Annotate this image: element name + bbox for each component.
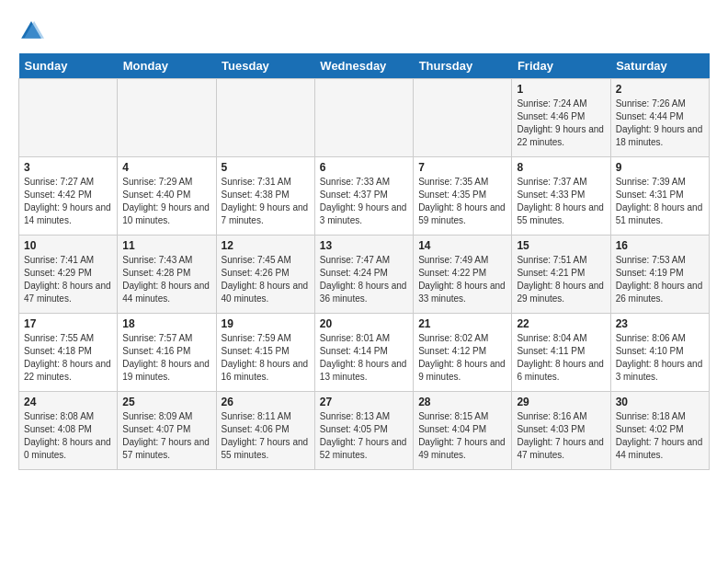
weekday-header-thursday: Thursday xyxy=(414,53,512,79)
calendar-cell-w3d6: 23Sunrise: 8:06 AM Sunset: 4:10 PM Dayli… xyxy=(610,314,709,392)
day-number: 2 xyxy=(616,83,704,96)
calendar-cell-w0d4 xyxy=(414,79,512,157)
calendar-cell-w2d1: 11Sunrise: 7:43 AM Sunset: 4:28 PM Dayli… xyxy=(118,236,216,314)
calendar-cell-w0d1 xyxy=(118,79,216,157)
logo xyxy=(18,18,48,44)
day-number: 7 xyxy=(418,161,506,174)
calendar-cell-w0d3 xyxy=(314,79,413,157)
calendar-cell-w2d0: 10Sunrise: 7:41 AM Sunset: 4:29 PM Dayli… xyxy=(19,236,118,314)
cell-daylight-text: Sunrise: 8:09 AM Sunset: 4:07 PM Dayligh… xyxy=(122,410,210,462)
calendar-cell-w4d6: 30Sunrise: 8:18 AM Sunset: 4:02 PM Dayli… xyxy=(610,392,709,470)
weekday-header-tuesday: Tuesday xyxy=(216,53,314,79)
day-number: 30 xyxy=(616,396,704,408)
weekday-header-saturday: Saturday xyxy=(610,53,709,79)
cell-daylight-text: Sunrise: 8:01 AM Sunset: 4:14 PM Dayligh… xyxy=(320,332,408,384)
cell-daylight-text: Sunrise: 7:26 AM Sunset: 4:44 PM Dayligh… xyxy=(616,98,704,149)
day-number: 24 xyxy=(24,396,112,408)
cell-daylight-text: Sunrise: 7:55 AM Sunset: 4:18 PM Dayligh… xyxy=(24,332,112,384)
day-number: 22 xyxy=(517,317,605,330)
cell-daylight-text: Sunrise: 7:29 AM Sunset: 4:40 PM Dayligh… xyxy=(122,176,210,227)
day-number: 16 xyxy=(616,239,704,252)
cell-daylight-text: Sunrise: 7:49 AM Sunset: 4:22 PM Dayligh… xyxy=(418,254,506,305)
calendar-cell-w3d0: 17Sunrise: 7:55 AM Sunset: 4:18 PM Dayli… xyxy=(19,314,118,392)
day-number: 8 xyxy=(517,161,605,174)
day-number: 17 xyxy=(24,317,112,330)
day-number: 11 xyxy=(122,239,210,252)
calendar-cell-w0d5: 1Sunrise: 7:24 AM Sunset: 4:46 PM Daylig… xyxy=(512,79,610,157)
cell-daylight-text: Sunrise: 7:33 AM Sunset: 4:37 PM Dayligh… xyxy=(320,176,408,227)
calendar-cell-w0d6: 2Sunrise: 7:26 AM Sunset: 4:44 PM Daylig… xyxy=(610,79,709,157)
logo-icon xyxy=(18,18,44,44)
calendar-cell-w3d2: 19Sunrise: 7:59 AM Sunset: 4:15 PM Dayli… xyxy=(216,314,314,392)
cell-daylight-text: Sunrise: 7:41 AM Sunset: 4:29 PM Dayligh… xyxy=(24,254,112,305)
weekday-header-wednesday: Wednesday xyxy=(314,53,413,79)
calendar-cell-w2d6: 16Sunrise: 7:53 AM Sunset: 4:19 PM Dayli… xyxy=(610,236,709,314)
day-number: 1 xyxy=(517,83,605,96)
day-number: 20 xyxy=(320,317,408,330)
cell-daylight-text: Sunrise: 7:43 AM Sunset: 4:28 PM Dayligh… xyxy=(122,254,210,305)
cell-daylight-text: Sunrise: 7:59 AM Sunset: 4:15 PM Dayligh… xyxy=(222,332,310,384)
cell-daylight-text: Sunrise: 8:08 AM Sunset: 4:08 PM Dayligh… xyxy=(24,410,112,462)
day-number: 13 xyxy=(320,239,408,252)
calendar-cell-w2d5: 15Sunrise: 7:51 AM Sunset: 4:21 PM Dayli… xyxy=(512,236,610,314)
day-number: 3 xyxy=(24,161,112,174)
calendar-cell-w1d3: 6Sunrise: 7:33 AM Sunset: 4:37 PM Daylig… xyxy=(314,157,413,236)
day-number: 10 xyxy=(24,239,112,252)
calendar-cell-w1d2: 5Sunrise: 7:31 AM Sunset: 4:38 PM Daylig… xyxy=(216,157,314,236)
calendar-cell-w0d2 xyxy=(216,79,314,157)
day-number: 23 xyxy=(616,317,704,330)
cell-daylight-text: Sunrise: 8:02 AM Sunset: 4:12 PM Dayligh… xyxy=(418,332,506,384)
calendar-cell-w4d4: 28Sunrise: 8:15 AM Sunset: 4:04 PM Dayli… xyxy=(414,392,512,470)
cell-daylight-text: Sunrise: 8:04 AM Sunset: 4:11 PM Dayligh… xyxy=(517,332,605,384)
weekday-header-monday: Monday xyxy=(118,53,216,79)
cell-daylight-text: Sunrise: 8:18 AM Sunset: 4:02 PM Dayligh… xyxy=(616,410,704,462)
cell-daylight-text: Sunrise: 8:16 AM Sunset: 4:03 PM Dayligh… xyxy=(517,410,605,462)
cell-daylight-text: Sunrise: 7:31 AM Sunset: 4:38 PM Dayligh… xyxy=(222,176,310,227)
calendar-cell-w1d4: 7Sunrise: 7:35 AM Sunset: 4:35 PM Daylig… xyxy=(414,157,512,236)
cell-daylight-text: Sunrise: 8:11 AM Sunset: 4:06 PM Dayligh… xyxy=(222,410,310,462)
cell-daylight-text: Sunrise: 7:47 AM Sunset: 4:24 PM Dayligh… xyxy=(320,254,408,305)
day-number: 27 xyxy=(320,396,408,408)
calendar-cell-w3d1: 18Sunrise: 7:57 AM Sunset: 4:16 PM Dayli… xyxy=(118,314,216,392)
calendar-table: SundayMondayTuesdayWednesdayThursdayFrid… xyxy=(18,53,710,470)
cell-daylight-text: Sunrise: 7:51 AM Sunset: 4:21 PM Dayligh… xyxy=(517,254,605,305)
calendar-cell-w1d5: 8Sunrise: 7:37 AM Sunset: 4:33 PM Daylig… xyxy=(512,157,610,236)
calendar-cell-w4d3: 27Sunrise: 8:13 AM Sunset: 4:05 PM Dayli… xyxy=(314,392,413,470)
cell-daylight-text: Sunrise: 7:57 AM Sunset: 4:16 PM Dayligh… xyxy=(122,332,210,384)
cell-daylight-text: Sunrise: 7:24 AM Sunset: 4:46 PM Dayligh… xyxy=(517,98,605,149)
calendar-cell-w4d1: 25Sunrise: 8:09 AM Sunset: 4:07 PM Dayli… xyxy=(118,392,216,470)
day-number: 26 xyxy=(222,396,310,408)
calendar-cell-w4d5: 29Sunrise: 8:16 AM Sunset: 4:03 PM Dayli… xyxy=(512,392,610,470)
cell-daylight-text: Sunrise: 7:45 AM Sunset: 4:26 PM Dayligh… xyxy=(222,254,310,305)
cell-daylight-text: Sunrise: 8:06 AM Sunset: 4:10 PM Dayligh… xyxy=(616,332,704,384)
cell-daylight-text: Sunrise: 7:39 AM Sunset: 4:31 PM Dayligh… xyxy=(616,176,704,227)
calendar-cell-w2d3: 13Sunrise: 7:47 AM Sunset: 4:24 PM Dayli… xyxy=(314,236,413,314)
day-number: 6 xyxy=(320,161,408,174)
calendar-cell-w1d1: 4Sunrise: 7:29 AM Sunset: 4:40 PM Daylig… xyxy=(118,157,216,236)
cell-daylight-text: Sunrise: 7:35 AM Sunset: 4:35 PM Dayligh… xyxy=(418,176,506,227)
day-number: 5 xyxy=(222,161,310,174)
calendar-cell-w4d0: 24Sunrise: 8:08 AM Sunset: 4:08 PM Dayli… xyxy=(19,392,118,470)
day-number: 25 xyxy=(122,396,210,408)
day-number: 28 xyxy=(418,396,506,408)
calendar-cell-w1d0: 3Sunrise: 7:27 AM Sunset: 4:42 PM Daylig… xyxy=(19,157,118,236)
day-number: 9 xyxy=(616,161,704,174)
cell-daylight-text: Sunrise: 8:15 AM Sunset: 4:04 PM Dayligh… xyxy=(418,410,506,462)
calendar-cell-w3d3: 20Sunrise: 8:01 AM Sunset: 4:14 PM Dayli… xyxy=(314,314,413,392)
day-number: 12 xyxy=(222,239,310,252)
calendar-cell-w1d6: 9Sunrise: 7:39 AM Sunset: 4:31 PM Daylig… xyxy=(610,157,709,236)
calendar-cell-w3d5: 22Sunrise: 8:04 AM Sunset: 4:11 PM Dayli… xyxy=(512,314,610,392)
day-number: 19 xyxy=(222,317,310,330)
calendar-cell-w2d4: 14Sunrise: 7:49 AM Sunset: 4:22 PM Dayli… xyxy=(414,236,512,314)
cell-daylight-text: Sunrise: 7:37 AM Sunset: 4:33 PM Dayligh… xyxy=(517,176,605,227)
calendar-cell-w2d2: 12Sunrise: 7:45 AM Sunset: 4:26 PM Dayli… xyxy=(216,236,314,314)
day-number: 15 xyxy=(517,239,605,252)
calendar-cell-w4d2: 26Sunrise: 8:11 AM Sunset: 4:06 PM Dayli… xyxy=(216,392,314,470)
cell-daylight-text: Sunrise: 7:53 AM Sunset: 4:19 PM Dayligh… xyxy=(616,254,704,305)
cell-daylight-text: Sunrise: 7:27 AM Sunset: 4:42 PM Dayligh… xyxy=(24,176,112,227)
day-number: 18 xyxy=(122,317,210,330)
day-number: 29 xyxy=(517,396,605,408)
day-number: 21 xyxy=(418,317,506,330)
day-number: 4 xyxy=(122,161,210,174)
cell-daylight-text: Sunrise: 8:13 AM Sunset: 4:05 PM Dayligh… xyxy=(320,410,408,462)
